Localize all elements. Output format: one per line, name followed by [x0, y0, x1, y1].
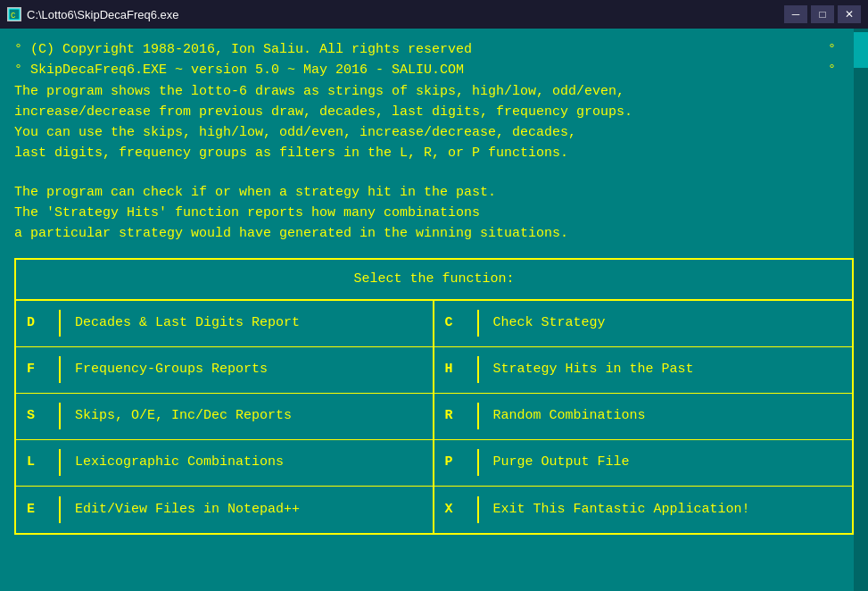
menu-label-P: Purge Output File: [493, 452, 630, 472]
info-line-1: ° (C) Copyright 1988-2016, Ion Saliu. Al…: [14, 39, 854, 60]
maximize-button[interactable]: □: [811, 5, 834, 23]
divider: [59, 310, 61, 337]
menu-label-S: Skips, O/E, Inc/Dec Reports: [75, 405, 292, 426]
divider: [59, 403, 61, 429]
menu-label-C: Check Strategy: [493, 312, 606, 333]
menu-item-E[interactable]: E Edit/View Files in Notepad++: [16, 487, 434, 533]
menu-grid: D Decades & Last Digits Report C Check S…: [16, 301, 852, 533]
menu-header: Select the function:: [16, 260, 852, 300]
divider: [59, 356, 61, 383]
menu-key-P: P: [445, 452, 463, 472]
divider: [477, 356, 479, 383]
menu-section: Select the function: D Decades & Last Di…: [14, 258, 854, 534]
main-content: ° (C) Copyright 1988-2016, Ion Saliu. Al…: [0, 29, 868, 545]
menu-key-D: D: [27, 312, 45, 333]
info-line-5: You can use the skips, high/low, odd/eve…: [14, 122, 854, 143]
app-icon: C: [7, 7, 21, 21]
menu-key-L: L: [27, 452, 45, 472]
divider: [59, 496, 61, 523]
menu-key-E: E: [27, 499, 45, 520]
menu-label-R: Random Combinations: [493, 405, 646, 426]
menu-item-S[interactable]: S Skips, O/E, Inc/Dec Reports: [16, 394, 434, 440]
menu-key-C: C: [445, 312, 463, 333]
title-bar: C C:\Lotto6\SkipDecaFreq6.exe ─ □ ✕: [0, 0, 868, 29]
menu-item-P[interactable]: P Purge Output File: [434, 440, 853, 487]
info-line-6: last digits, frequency groups as filters…: [14, 143, 854, 163]
menu-item-C[interactable]: C Check Strategy: [434, 301, 853, 347]
menu-key-H: H: [445, 359, 463, 379]
title-bar-path: C:\Lotto6\SkipDecaFreq6.exe: [27, 8, 179, 21]
info-line-2: ° SkipDecaFreq6.EXE ~ version 5.0 ~ May …: [14, 60, 854, 80]
divider: [477, 496, 479, 523]
info-line-7: [14, 164, 854, 182]
menu-key-R: R: [445, 405, 463, 426]
divider: [477, 310, 479, 337]
menu-label-F: Frequency-Groups Reports: [75, 359, 268, 379]
info-line-8: The program can check if or when a strat…: [14, 182, 854, 203]
info-line-9: The 'Strategy Hits' function reports how…: [14, 203, 854, 223]
title-bar-left: C C:\Lotto6\SkipDecaFreq6.exe: [7, 7, 179, 21]
menu-item-F[interactable]: F Frequency-Groups Reports: [16, 347, 434, 394]
title-bar-controls: ─ □ ✕: [784, 5, 861, 23]
menu-item-D[interactable]: D Decades & Last Digits Report: [16, 301, 434, 347]
menu-item-R[interactable]: R Random Combinations: [434, 394, 853, 440]
divider: [477, 449, 479, 476]
menu-key-F: F: [27, 359, 45, 379]
menu-label-L: Lexicographic Combinations: [75, 452, 284, 472]
divider: [59, 449, 61, 476]
menu-label-H: Strategy Hits in the Past: [493, 359, 694, 379]
svg-text:C: C: [11, 12, 16, 21]
menu-label-X: Exit This Fantastic Application!: [493, 499, 750, 520]
close-button[interactable]: ✕: [838, 5, 861, 23]
menu-item-H[interactable]: H Strategy Hits in the Past: [434, 347, 853, 394]
scrollbar[interactable]: [854, 29, 868, 591]
info-line-3: The program shows the lotto-6 draws as s…: [14, 81, 854, 102]
menu-key-S: S: [27, 405, 45, 426]
info-line-10: a particular strategy would have generat…: [14, 223, 854, 244]
menu-key-X: X: [445, 499, 463, 520]
scrollbar-thumb[interactable]: [854, 32, 868, 68]
info-line-4: increase/decrease from previous draw, de…: [14, 102, 854, 122]
divider: [477, 403, 479, 429]
minimize-button[interactable]: ─: [784, 5, 807, 23]
menu-item-L[interactable]: L Lexicographic Combinations: [16, 440, 434, 487]
menu-item-X[interactable]: X Exit This Fantastic Application!: [434, 487, 853, 533]
menu-label-E: Edit/View Files in Notepad++: [75, 499, 300, 520]
menu-label-D: Decades & Last Digits Report: [75, 312, 300, 333]
